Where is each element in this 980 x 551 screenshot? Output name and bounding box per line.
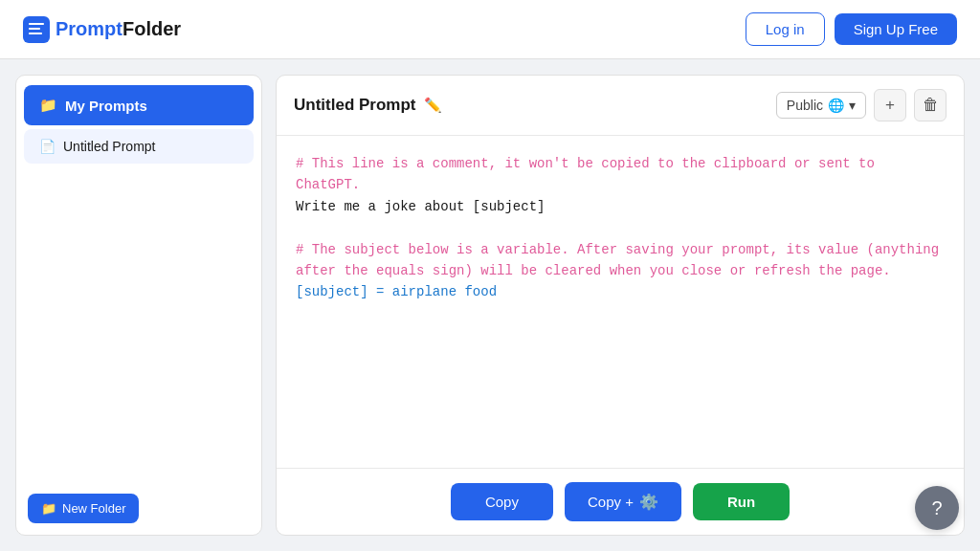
copy-button[interactable]: Copy xyxy=(451,483,553,520)
doc-icon: 📄 xyxy=(39,139,56,154)
edit-title-icon[interactable]: ✏️ xyxy=(424,97,442,114)
content-panel: Untitled Prompt ✏️ Public 🌐 ▾ + 🗑 # This… xyxy=(276,75,965,536)
editor-line-4: [subject] = airplane food xyxy=(296,281,945,302)
bottom-bar: Copy Copy + ⚙️ Run xyxy=(277,468,964,535)
add-icon: + xyxy=(885,96,895,115)
sidebar-item-label: Untitled Prompt xyxy=(63,139,155,154)
visibility-dropdown[interactable]: Public 🌐 ▾ xyxy=(776,92,866,119)
help-icon: ? xyxy=(931,497,942,519)
signup-button[interactable]: Sign Up Free xyxy=(835,13,957,45)
content-header-right: Public 🌐 ▾ + 🗑 xyxy=(776,89,947,121)
chatgpt-icon: ⚙️ xyxy=(639,493,658,511)
main-layout: 📁 My Prompts 📄 Untitled Prompt 📁 New Fol… xyxy=(0,59,980,551)
sidebar: 📁 My Prompts 📄 Untitled Prompt 📁 New Fol… xyxy=(15,75,262,536)
header-actions: Log in Sign Up Free xyxy=(746,12,957,46)
globe-icon: 🌐 xyxy=(828,98,844,113)
logo-icon xyxy=(23,16,50,43)
add-prompt-button[interactable]: + xyxy=(874,89,906,121)
logo: PromptFolder xyxy=(23,16,181,43)
delete-icon: 🗑 xyxy=(923,96,939,115)
editor-line-3: # The subject below is a variable. After… xyxy=(296,239,945,282)
prompt-title-area: Untitled Prompt ✏️ xyxy=(294,96,442,115)
content-header: Untitled Prompt ✏️ Public 🌐 ▾ + 🗑 xyxy=(277,76,964,136)
copy-chatgpt-button[interactable]: Copy + ⚙️ xyxy=(565,482,681,521)
logo-prompt: Prompt xyxy=(56,18,122,39)
visibility-label: Public xyxy=(787,98,823,113)
prompt-title-text: Untitled Prompt xyxy=(294,96,416,115)
copy-chatgpt-label: Copy + xyxy=(588,494,634,510)
chevron-down-icon: ▾ xyxy=(849,98,856,113)
folder-icon: 📁 xyxy=(39,97,57,114)
new-folder-label: New Folder xyxy=(62,501,125,516)
prompt-editor[interactable]: # This line is a comment, it won't be co… xyxy=(277,136,964,468)
editor-line-1: # This line is a comment, it won't be co… xyxy=(296,153,945,196)
editor-line-2: Write me a joke about [subject] xyxy=(296,196,945,217)
run-button[interactable]: Run xyxy=(693,483,790,520)
my-prompts-label: My Prompts xyxy=(65,98,147,114)
delete-prompt-button[interactable]: 🗑 xyxy=(914,89,947,121)
new-folder-icon: 📁 xyxy=(41,501,56,516)
sidebar-item-untitled-prompt[interactable]: 📄 Untitled Prompt xyxy=(24,129,254,164)
logo-folder: Folder xyxy=(122,18,181,39)
header: PromptFolder Log in Sign Up Free xyxy=(0,0,980,59)
my-prompts-button[interactable]: 📁 My Prompts xyxy=(24,85,254,125)
help-button[interactable]: ? xyxy=(915,486,959,530)
login-button[interactable]: Log in xyxy=(746,12,825,46)
new-folder-button[interactable]: 📁 New Folder xyxy=(28,494,139,523)
logo-text: PromptFolder xyxy=(56,18,181,40)
